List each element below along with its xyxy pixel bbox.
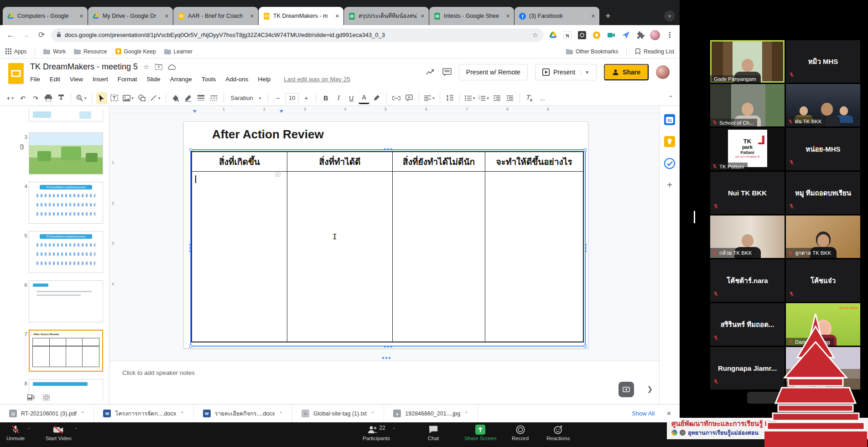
chevron-up-icon[interactable]: ⌃ [74, 427, 78, 432]
reactions-button[interactable]: Reactions [546, 425, 570, 441]
tab-facebook[interactable]: f (3) Facebook ✕ [515, 7, 599, 25]
close-icon[interactable]: ✕ [506, 13, 510, 19]
slide-thumbnail-5[interactable]: TK DreamMakers empathizing process [29, 231, 103, 273]
collapse-toolbar-icon[interactable]: ⌃ [668, 95, 673, 101]
add-comment-icon[interactable] [404, 92, 415, 104]
menu-edit[interactable]: Edit [50, 76, 60, 83]
insert-line-icon[interactable]: ▾ [149, 92, 161, 104]
font-size-increase[interactable]: + [301, 92, 312, 104]
yellow-extension-icon[interactable] [591, 30, 602, 41]
chat-button[interactable]: Chat [428, 425, 439, 441]
drag-handle[interactable] [585, 244, 587, 252]
text-box-icon[interactable] [109, 92, 120, 104]
camera-extension-icon[interactable] [606, 30, 617, 41]
download-menu-icon[interactable]: ⌃ [371, 411, 374, 416]
participant-tile[interactable]: School of Ch... [710, 84, 785, 126]
slide-thumbnail-3[interactable] [29, 132, 103, 174]
redo-icon[interactable]: ↷ [30, 92, 41, 104]
download-item[interactable]: ▤ RT-202106001 (3).pdf ⌃ [0, 405, 94, 422]
bookmark-learner-folder[interactable]: Learner [164, 48, 192, 55]
slide-thumbnail-4[interactable]: TK DreamMakers empathizing process [29, 182, 103, 224]
select-tool-icon[interactable] [96, 92, 107, 104]
start-video-button[interactable]: Start Video ⌃ [46, 425, 72, 441]
extensions-puzzle-icon[interactable] [635, 30, 646, 41]
bookmark-resource-folder[interactable]: Resource [74, 48, 107, 55]
insert-image-icon[interactable]: ▾ [122, 92, 135, 104]
present-dropdown-icon[interactable]: ▼ [581, 70, 589, 75]
align-icon[interactable]: ▾ [423, 92, 436, 104]
notion-extension-icon[interactable]: N [562, 30, 573, 41]
keep-icon[interactable] [664, 136, 675, 147]
close-icon[interactable]: ✕ [591, 13, 595, 19]
back-icon[interactable]: ← [5, 29, 16, 41]
insert-shape-icon[interactable] [136, 92, 147, 104]
resize-handle[interactable] [189, 345, 192, 347]
close-icon[interactable]: ✕ [165, 13, 169, 19]
tab-computers[interactable]: Computers - Google ✕ [3, 7, 88, 25]
share-screen-button[interactable]: Share Screen [464, 425, 496, 441]
paint-format-icon[interactable] [56, 92, 67, 104]
resize-handle[interactable] [584, 148, 587, 151]
other-bookmarks[interactable]: Other Bookmarks [566, 48, 618, 55]
screenshot-extension-icon[interactable] [577, 30, 587, 41]
participants-button[interactable]: 22 Participants ⌃ [363, 425, 390, 441]
zoom-tool-icon[interactable]: ▾ [75, 92, 88, 104]
close-icon[interactable]: ✕ [250, 13, 254, 19]
grid-view-icon[interactable] [43, 394, 50, 400]
tab-search-button[interactable]: ▾ [664, 11, 675, 21]
close-icon[interactable]: ✕ [335, 13, 339, 19]
download-menu-icon[interactable]: ⌃ [81, 411, 84, 416]
indent-marker[interactable] [193, 110, 197, 113]
calendar-icon[interactable]: 31 [664, 114, 675, 125]
menu-file[interactable]: File [30, 76, 40, 83]
filmstrip-view-icon[interactable] [27, 394, 35, 400]
print-icon[interactable] [43, 92, 54, 104]
speaker-notes-placeholder[interactable]: Click to add speaker notes [122, 369, 195, 376]
participant-tile[interactable]: โค้ชต้าร์.nara [710, 259, 785, 302]
bookmark-work-folder[interactable]: Work [43, 48, 66, 55]
send-extension-icon[interactable] [620, 30, 631, 41]
share-button[interactable]: Share [604, 64, 649, 80]
present-with-remote-button[interactable]: Present w/ Remote [459, 64, 528, 80]
slide-thumbnail-7-current[interactable]: After Action Review [29, 330, 103, 372]
participant-tile[interactable]: กล้วย TK BKK [710, 216, 785, 258]
forward-icon[interactable]: → [20, 29, 32, 41]
download-item[interactable]: ≡ Global-site-tag (1).txt ⌃ [292, 405, 384, 422]
indent-marker[interactable] [280, 110, 283, 113]
font-family-select[interactable]: Sarabun ▾ [228, 95, 264, 101]
numbered-list-icon[interactable]: 12▾ [478, 92, 490, 104]
tab-mydrive[interactable]: My Drive - Google Dr ✕ [88, 7, 173, 25]
new-tab-button[interactable]: + [602, 10, 614, 22]
menu-insert[interactable]: Insert [93, 76, 108, 83]
bookmark-star-icon[interactable]: ☆ [532, 31, 538, 39]
chevron-up-icon[interactable]: ⌃ [393, 427, 396, 432]
tasks-icon[interactable] [664, 158, 675, 169]
bookmark-apps[interactable]: Apps [5, 48, 26, 55]
table-body-cell[interactable] [192, 172, 287, 342]
reload-icon[interactable]: ⟳ [36, 29, 47, 41]
add-addon-icon[interactable]: + [667, 180, 672, 190]
participant-tile[interactable]: ฝน TK BKK [786, 84, 860, 126]
download-menu-icon[interactable]: ⌃ [180, 411, 184, 416]
participant-tile[interactable]: หมิว MHS [786, 40, 860, 83]
tab-tk-dreammakers-active[interactable]: TK DreamMakers - m ✕ [259, 7, 343, 25]
participant-tile[interactable]: ลูกตาล TK BKK [786, 216, 860, 258]
border-dash-icon[interactable] [208, 92, 219, 104]
table-header-cell[interactable]: สิ่งที่ทำได้ดี [287, 152, 393, 172]
more-tools-icon[interactable]: ... [537, 92, 548, 104]
slide-thumbnail-partial[interactable] [29, 110, 103, 121]
tab-aar-brief[interactable]: AAR - Brief for Coach ✕ [173, 7, 258, 25]
bulleted-list-icon[interactable]: ▾ [464, 92, 476, 104]
explore-button[interactable] [619, 382, 634, 397]
resize-handle[interactable] [584, 345, 587, 347]
bookmark-google-keep[interactable]: Google Keep [115, 48, 156, 55]
close-icon[interactable]: ✕ [421, 13, 425, 19]
highlight-color-icon[interactable] [371, 92, 382, 104]
comments-icon[interactable] [442, 68, 452, 76]
participant-tile[interactable]: หน่อย-MHS [786, 128, 860, 170]
cloud-status-icon[interactable] [168, 64, 176, 70]
download-item[interactable]: W โครงการการจัดก....docx ⌃ [94, 405, 193, 422]
menu-slide[interactable]: Slide [147, 76, 161, 83]
activity-icon[interactable] [426, 69, 435, 75]
insert-link-icon[interactable] [391, 92, 402, 104]
